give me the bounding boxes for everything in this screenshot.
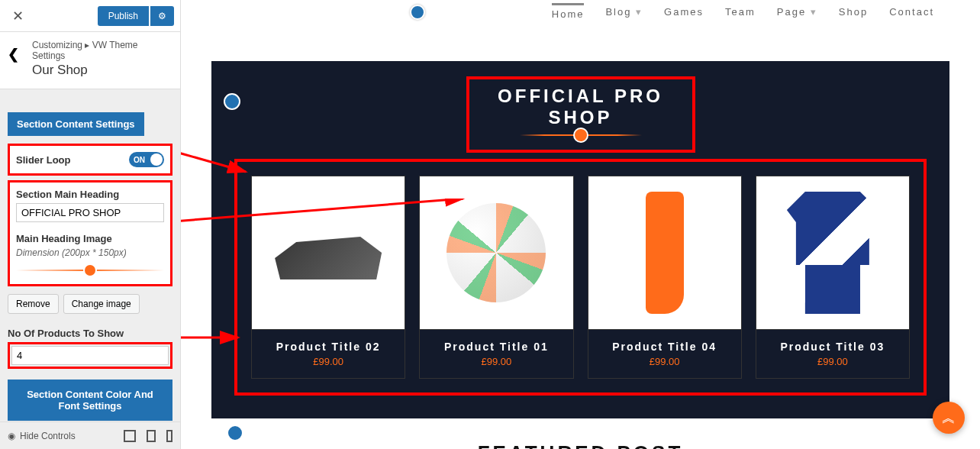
heading-image-label: Main Heading Image [16,233,164,244]
desktop-icon[interactable] [124,430,136,442]
edit-shortcut-icon[interactable] [227,425,243,441]
publish-group: Publish ⚙ [98,6,174,26]
heading-image-preview [16,263,164,278]
breadcrumb: Customizing ▸ VW Theme Settings [32,40,169,61]
tablet-icon[interactable] [147,430,156,442]
image-buttons: Remove Change image [8,294,172,314]
nav-shop[interactable]: Shop [839,6,868,18]
heading-image-dimension: Dimension (200px * 150px) [16,247,164,258]
shop-section: OFFICIAL PRO SHOP Product Title 02 £99.0… [211,61,949,418]
hide-controls-label: Hide Controls [20,431,76,441]
publish-button[interactable]: Publish [98,6,149,26]
featured-post-title: FEATURED POST [181,441,980,449]
product-price: £99.00 [258,356,398,367]
edit-shortcut-icon[interactable] [224,93,240,110]
remove-button[interactable]: Remove [8,294,59,314]
nav-page[interactable]: Page [777,6,817,18]
products-grid: Product Title 02 £99.00 Product Title 01… [234,159,927,396]
nav-bar: Home Blog Games Team Page Shop Contact [181,0,980,23]
back-arrow-icon[interactable]: ❮ [8,46,19,63]
product-image [756,176,909,329]
nav-blog[interactable]: Blog [605,6,643,18]
product-price: £99.00 [426,356,566,367]
slider-loop-label: Slider Loop [16,154,71,166]
main-heading-input[interactable] [16,203,164,222]
nav-contact[interactable]: Contact [889,6,934,18]
toggle-knob [150,153,163,166]
color-font-settings-button[interactable]: Section Content Color And Font Settings [8,380,172,421]
product-title: Product Title 01 [426,341,566,353]
main-heading-control: Section Main Heading Main Heading Image … [8,180,172,286]
section-title: Our Shop [32,63,169,78]
preview-pane: Home Blog Games Team Page Shop Contact O… [181,0,980,449]
close-icon[interactable]: ✕ [6,5,30,27]
product-image [588,176,741,329]
device-switcher [124,430,172,442]
main-heading-label: Section Main Heading [16,189,164,200]
product-title: Product Title 02 [258,341,398,353]
title-decoration [469,134,692,136]
toggle-state: ON [134,156,145,164]
product-image [420,176,572,329]
breadcrumb-row: ❮ Customizing ▸ VW Theme Settings Our Sh… [0,32,180,89]
product-card[interactable]: Product Title 02 £99.00 [251,176,405,379]
edit-shortcut-icon[interactable] [410,5,425,20]
product-card[interactable]: Product Title 01 £99.00 [419,176,573,379]
eye-icon: ◉ [8,431,15,441]
ball-icon [83,263,97,277]
ball-icon [573,128,588,143]
product-title: Product Title 04 [595,341,735,353]
product-card[interactable]: Product Title 04 £99.00 [588,176,742,379]
num-products-input[interactable] [11,346,169,365]
sidebar-body[interactable]: Section Content Settings Slider Loop ON … [0,89,180,422]
product-image [252,176,405,329]
nav-games[interactable]: Games [664,6,704,18]
nav-home[interactable]: Home [552,3,585,20]
product-card[interactable]: Product Title 03 £99.00 [756,176,910,379]
scroll-top-button[interactable]: ︽ [933,402,965,434]
customizer-sidebar: ✕ Publish ⚙ ❮ Customizing ▸ VW Theme Set… [0,0,181,449]
num-products-label: No Of Products To Show [8,328,172,339]
hide-controls-button[interactable]: ◉ Hide Controls [8,431,76,441]
slider-loop-toggle[interactable]: ON [129,152,164,167]
product-price: £99.00 [762,356,903,367]
gear-icon[interactable]: ⚙ [150,6,174,26]
content-settings-header: Section Content Settings [8,112,144,136]
mobile-icon[interactable] [166,430,172,442]
product-price: £99.00 [595,356,735,367]
change-image-button[interactable]: Change image [63,294,140,314]
sidebar-top-bar: ✕ Publish ⚙ [0,0,180,32]
shop-title: OFFICIAL PRO SHOP [469,86,692,128]
sidebar-footer: ◉ Hide Controls [0,422,180,449]
shop-title-wrap: OFFICIAL PRO SHOP [466,76,695,153]
chevron-up-icon: ︽ [942,409,956,427]
nav-team[interactable]: Team [725,6,756,18]
num-products-wrap [8,342,172,369]
slider-loop-control: Slider Loop ON [8,144,172,176]
product-title: Product Title 03 [762,341,903,353]
